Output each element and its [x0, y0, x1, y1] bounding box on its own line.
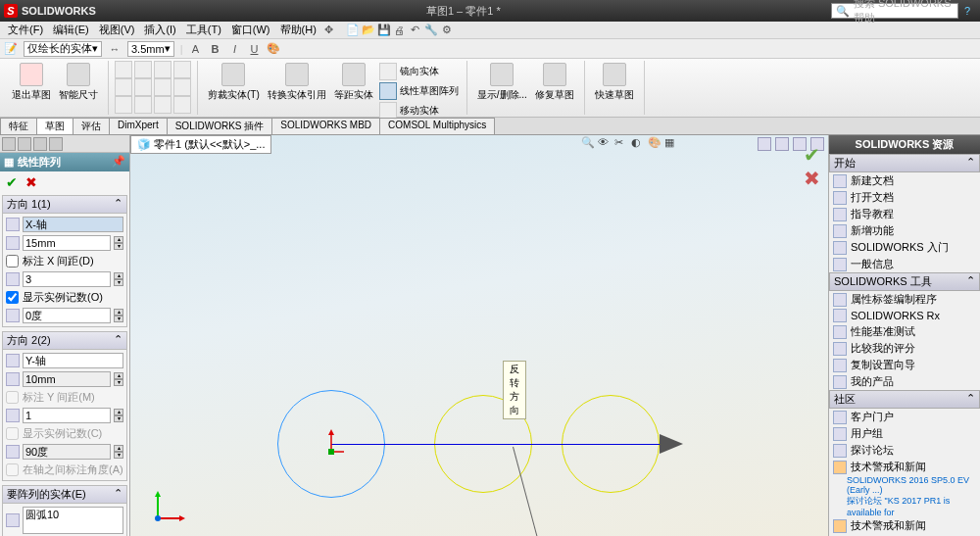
- dir1-axis-input[interactable]: [23, 217, 123, 232]
- scene-icon[interactable]: 🎨: [648, 136, 662, 150]
- arc-tool[interactable]: [154, 61, 172, 78]
- dir2-count-input[interactable]: [23, 408, 111, 423]
- menu-view[interactable]: 视图(V): [95, 23, 139, 37]
- tab-dimxpert[interactable]: DimXpert: [109, 118, 168, 134]
- trim-button[interactable]: 剪裁实体(T): [204, 61, 264, 122]
- dir2-axis-input[interactable]: [23, 353, 123, 368]
- mirror-button[interactable]: 镜向实体: [379, 63, 459, 80]
- smart-dim-button[interactable]: 智能尺寸: [55, 61, 102, 104]
- dir1-show-check[interactable]: 显示实例记数(O): [6, 290, 123, 305]
- options-icon[interactable]: ⚙: [440, 24, 454, 37]
- dir1-header[interactable]: 方向 1(1)⌃: [3, 196, 126, 214]
- menu-tools[interactable]: 工具(T): [182, 23, 225, 37]
- italic-icon[interactable]: I: [227, 42, 241, 56]
- point-tool[interactable]: [154, 78, 172, 96]
- section-community[interactable]: 社区⌃: [829, 390, 980, 409]
- help-search[interactable]: 🔍 搜索 SOLIDWORKS 帮助: [831, 3, 958, 19]
- reverse-dir-icon[interactable]: [6, 218, 20, 231]
- line-tool[interactable]: [115, 61, 132, 78]
- font-icon[interactable]: A: [188, 42, 202, 56]
- tutorials-item[interactable]: 指导教程: [829, 206, 980, 222]
- dir1-dim-check[interactable]: 标注 X 间距(D): [6, 254, 123, 268]
- tab-evaluate[interactable]: 评估: [73, 118, 110, 134]
- pin-icon[interactable]: 📌: [112, 155, 125, 170]
- hide-show-icon[interactable]: ▦: [664, 136, 678, 150]
- color-icon[interactable]: 🎨: [267, 42, 280, 56]
- prop-tab-item[interactable]: 属性标签编制程序: [829, 291, 980, 308]
- doc-tab[interactable]: 🧊 零件1 (默认<<默认>_...: [130, 135, 271, 154]
- underline-icon[interactable]: U: [247, 42, 261, 56]
- section-start[interactable]: 开始⌃: [829, 154, 980, 172]
- note-icon[interactable]: 📝: [4, 42, 18, 56]
- confirm-ok-icon[interactable]: ✔: [804, 143, 820, 167]
- usergroup-item[interactable]: 用户组: [829, 425, 980, 442]
- ellipse-tool[interactable]: [134, 78, 152, 96]
- graphics-viewport[interactable]: 🧊 零件1 (默认<<默认>_... 🔍👁✂◐🎨▦ ✔ ✖ 反转方向: [130, 135, 828, 536]
- save-icon[interactable]: 💾: [377, 24, 391, 37]
- forum-item[interactable]: 探讨论坛: [829, 442, 980, 459]
- open-doc-item[interactable]: 打开文档: [829, 189, 980, 206]
- entities-header[interactable]: 要阵列的实体(E)⌃: [3, 486, 126, 504]
- fillet-tool[interactable]: [154, 96, 172, 114]
- dir2-spacing-input[interactable]: [23, 371, 111, 387]
- view-icon[interactable]: 👁: [598, 136, 612, 150]
- menu-file[interactable]: 文件(F): [4, 23, 47, 37]
- undo-icon[interactable]: ↶: [409, 24, 422, 37]
- exit-sketch-button[interactable]: 退出草图: [8, 61, 55, 104]
- vp-i2[interactable]: [775, 137, 789, 151]
- dir2-angle-input[interactable]: [23, 444, 111, 460]
- confirm-cancel-icon[interactable]: ✖: [804, 167, 820, 190]
- section-icon[interactable]: ✂: [614, 136, 628, 150]
- dim-mgr-icon[interactable]: [49, 137, 63, 151]
- rebuild-icon[interactable]: 🔧: [424, 24, 438, 37]
- config-icon[interactable]: [33, 137, 47, 151]
- menu-window[interactable]: 窗口(W): [227, 23, 274, 37]
- new-doc-item[interactable]: 新建文档: [829, 172, 980, 189]
- whatsnew-item[interactable]: 新增功能: [829, 222, 980, 239]
- open-icon[interactable]: 📂: [362, 24, 375, 37]
- menu-help[interactable]: 帮助(H): [276, 23, 320, 37]
- offset-button[interactable]: 等距实体: [330, 61, 377, 122]
- collapse-icon[interactable]: ⌃: [114, 197, 122, 212]
- dir1-spacing-input[interactable]: [23, 235, 111, 251]
- ok-button[interactable]: ✔: [6, 174, 18, 190]
- tab-features[interactable]: 特征: [0, 118, 37, 134]
- rx-item[interactable]: SOLIDWORKS Rx: [829, 308, 980, 323]
- direction-arrow[interactable]: [660, 434, 683, 454]
- benchmark-item[interactable]: 性能基准测试: [829, 323, 980, 340]
- dropdown-icon[interactable]: ✥: [322, 24, 336, 37]
- slot-tool[interactable]: [115, 96, 132, 114]
- news-link-2[interactable]: 探讨论坛 "KS 2017 PR1 is available for: [829, 495, 980, 517]
- rect-tool[interactable]: [173, 61, 191, 78]
- view-triad[interactable]: [150, 487, 189, 526]
- menu-edit[interactable]: 编辑(E): [49, 23, 93, 37]
- spin-up[interactable]: ▴: [114, 236, 123, 243]
- spline-tool[interactable]: [115, 78, 132, 96]
- spin-down[interactable]: ▾: [114, 243, 123, 250]
- my-products-item[interactable]: 我的产品: [829, 373, 980, 390]
- convert-button[interactable]: 转换实体引用: [264, 61, 330, 122]
- cancel-button[interactable]: ✖: [25, 174, 37, 190]
- dir1-count-input[interactable]: [23, 271, 111, 287]
- dim-icon[interactable]: ↔: [108, 42, 122, 56]
- repair-button[interactable]: 修复草图: [531, 61, 578, 104]
- tab-addins[interactable]: SOLIDWORKS 插件: [167, 118, 273, 134]
- tab-comsol[interactable]: COMSOL Multiphysics: [379, 118, 495, 134]
- alerts-item-2[interactable]: 技术警戒和新闻: [829, 517, 980, 534]
- bold-icon[interactable]: B: [208, 42, 221, 56]
- tab-sketch[interactable]: 草图: [36, 118, 74, 134]
- text-tool[interactable]: [173, 78, 191, 96]
- dir2-header[interactable]: 方向 2(2)⌃: [3, 332, 126, 350]
- new-icon[interactable]: 📄: [346, 24, 360, 37]
- reverse-dir-icon[interactable]: [6, 354, 20, 367]
- pm-icon[interactable]: [18, 137, 31, 151]
- help-icon[interactable]: ?: [964, 5, 970, 17]
- intro-item[interactable]: SOLIDWORKS 入门: [829, 239, 980, 256]
- news-link-1[interactable]: SOLIDWORKS 2016 SP5.0 EV (Early ...): [829, 475, 980, 495]
- portal-item[interactable]: 客户门户: [829, 409, 980, 425]
- section-tools[interactable]: SOLIDWORKS 工具⌃: [829, 272, 980, 291]
- dim-dropdown[interactable]: 3.5mm▾: [127, 41, 174, 57]
- collapse-icon[interactable]: ⌃: [114, 333, 122, 348]
- style-dropdown[interactable]: 仅绘长的实体▾: [24, 41, 102, 57]
- zoom-icon[interactable]: 🔍: [581, 136, 595, 150]
